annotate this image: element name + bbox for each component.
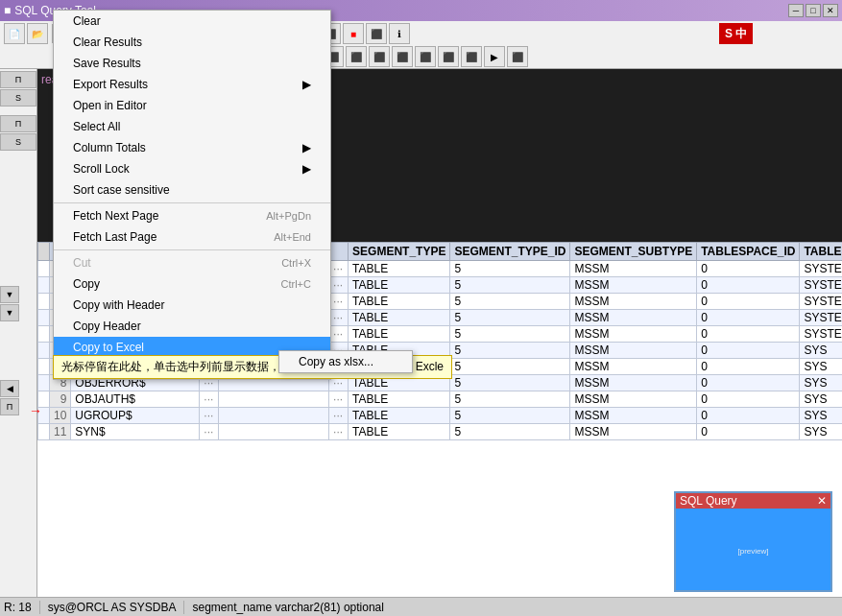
cell-10[interactable]: SYSTEM bbox=[800, 261, 842, 277]
menu-copy[interactable]: Copy Ctrl+C bbox=[54, 273, 330, 295]
menu-cut[interactable]: Cut Ctrl+X bbox=[54, 252, 330, 273]
cell-9[interactable]: 0 bbox=[697, 391, 800, 408]
cell-8[interactable]: MSSM bbox=[570, 294, 697, 310]
cell-5[interactable]: ··· bbox=[329, 326, 349, 343]
cell-8[interactable]: MSSM bbox=[570, 424, 697, 440]
cell-1[interactable]: 9 bbox=[50, 391, 71, 408]
cell-9[interactable]: 0 bbox=[697, 277, 800, 294]
menu-column-totals[interactable]: Column Totals ▶ bbox=[54, 137, 330, 158]
cell-6[interactable]: TABLE bbox=[349, 310, 450, 326]
new-btn[interactable]: 📄 bbox=[4, 23, 25, 44]
cell-8[interactable]: MSSM bbox=[570, 359, 697, 375]
cell-9[interactable]: 0 bbox=[697, 359, 800, 375]
cell-1[interactable]: 11 bbox=[50, 424, 71, 440]
th-tablespace[interactable]: TABLESPACE bbox=[800, 243, 842, 261]
cell-2[interactable]: UGROUP$ bbox=[71, 408, 200, 424]
menu-scroll-lock[interactable]: Scroll Lock ▶ bbox=[54, 158, 330, 179]
cell-5[interactable]: ··· bbox=[329, 261, 349, 277]
tb2-icon-5[interactable]: ⬛ bbox=[346, 46, 367, 67]
cell-8[interactable]: MSSM bbox=[570, 343, 697, 359]
cell-7[interactable]: 5 bbox=[450, 277, 570, 294]
cell-6[interactable]: TABLE bbox=[349, 261, 450, 277]
sidebar-icon-7[interactable]: ◀ bbox=[0, 380, 19, 397]
cell-7[interactable]: 5 bbox=[450, 359, 570, 375]
th-segment-subtype[interactable]: SEGMENT_SUBTYPE bbox=[570, 243, 697, 261]
cell-9[interactable]: 0 bbox=[697, 375, 800, 391]
sidebar-icon-6[interactable]: ▼ bbox=[0, 304, 19, 321]
cell-9[interactable]: 0 bbox=[697, 408, 800, 424]
cell-3[interactable]: ··· bbox=[200, 424, 219, 440]
cell-10[interactable]: SYS bbox=[800, 375, 842, 391]
cell-7[interactable]: 5 bbox=[450, 375, 570, 391]
cell-1[interactable]: 10 bbox=[50, 408, 71, 424]
cell-5[interactable]: ··· bbox=[329, 277, 349, 294]
cell-9[interactable]: 0 bbox=[697, 310, 800, 326]
menu-copy-header[interactable]: Copy Header bbox=[54, 316, 330, 337]
sidebar-icon-3[interactable]: Π bbox=[0, 115, 36, 132]
th-segment-type[interactable]: SEGMENT_TYPE bbox=[349, 243, 450, 261]
menu-export-results[interactable]: Export Results ▶ bbox=[54, 74, 330, 95]
tb2-icon-12[interactable]: ⬛ bbox=[507, 46, 528, 67]
menu-open-editor[interactable]: Open in Editor bbox=[54, 95, 330, 116]
cell-10[interactable]: SYSTEM bbox=[800, 294, 842, 310]
thumbnail-close-btn[interactable]: ✕ bbox=[817, 494, 827, 508]
cell-5[interactable]: ··· bbox=[329, 310, 349, 326]
cell-8[interactable]: MSSM bbox=[570, 391, 697, 408]
cell-4[interactable] bbox=[219, 391, 329, 408]
cell-9[interactable]: 0 bbox=[697, 326, 800, 343]
cell-8[interactable]: MSSM bbox=[570, 326, 697, 343]
cell-10[interactable]: SYS bbox=[800, 424, 842, 440]
cell-2[interactable]: OBJAUTH$ bbox=[71, 391, 200, 408]
sidebar-icon-8[interactable]: Π bbox=[0, 398, 19, 415]
cell-2[interactable]: SYN$ bbox=[71, 424, 200, 440]
cell-10[interactable]: SYSTEM bbox=[800, 326, 842, 343]
cell-9[interactable]: 0 bbox=[697, 261, 800, 277]
menu-select-all[interactable]: Select All bbox=[54, 116, 330, 137]
cell-3[interactable]: ··· bbox=[200, 408, 219, 424]
tb-icon-5[interactable]: ℹ bbox=[389, 23, 410, 44]
cell-6[interactable]: TABLE bbox=[349, 277, 450, 294]
sidebar-icon-1[interactable]: Π bbox=[0, 71, 36, 88]
cell-4[interactable] bbox=[219, 424, 329, 440]
tb-icon-4[interactable]: ⬛ bbox=[366, 23, 387, 44]
close-button[interactable]: ✕ bbox=[823, 4, 838, 17]
cell-7[interactable]: 5 bbox=[450, 391, 570, 408]
th-tablespace-id[interactable]: TABLESPACE_ID bbox=[697, 243, 800, 261]
submenu-copy-xlsx[interactable]: Copy as xlsx... bbox=[279, 351, 412, 372]
cell-8[interactable]: MSSM bbox=[570, 261, 697, 277]
cell-9[interactable]: 0 bbox=[697, 424, 800, 440]
menu-fetch-next[interactable]: Fetch Next Page Alt+PgDn bbox=[54, 205, 330, 226]
th-segment-type-id[interactable]: SEGMENT_TYPE_ID bbox=[450, 243, 570, 261]
cell-9[interactable]: 0 bbox=[697, 343, 800, 359]
cell-10[interactable]: SYS bbox=[800, 391, 842, 408]
cell-10[interactable]: SYS bbox=[800, 359, 842, 375]
cell-3[interactable]: ··· bbox=[200, 391, 219, 408]
cell-7[interactable]: 5 bbox=[450, 408, 570, 424]
menu-clear-results[interactable]: Clear Results bbox=[54, 32, 330, 53]
tb2-icon-9[interactable]: ⬛ bbox=[438, 46, 459, 67]
tb2-icon-7[interactable]: ⬛ bbox=[392, 46, 413, 67]
cell-7[interactable]: 5 bbox=[450, 310, 570, 326]
cell-10[interactable]: SYSTEM bbox=[800, 310, 842, 326]
tb2-icon-11[interactable]: ▶ bbox=[484, 46, 505, 67]
cell-6[interactable]: TABLE bbox=[349, 424, 450, 440]
cell-10[interactable]: SYSTEM bbox=[800, 277, 842, 294]
cell-5[interactable]: ··· bbox=[329, 294, 349, 310]
cell-9[interactable]: 0 bbox=[697, 294, 800, 310]
minimize-button[interactable]: ─ bbox=[788, 4, 804, 17]
sidebar-icon-4[interactable]: S bbox=[0, 133, 36, 151]
cell-7[interactable]: 5 bbox=[450, 424, 570, 440]
cell-8[interactable]: MSSM bbox=[570, 310, 697, 326]
tb2-icon-10[interactable]: ⬛ bbox=[461, 46, 482, 67]
cell-5[interactable]: ··· bbox=[329, 391, 349, 408]
cell-5[interactable]: ··· bbox=[329, 424, 349, 440]
cell-7[interactable]: 5 bbox=[450, 326, 570, 343]
maximize-button[interactable]: □ bbox=[806, 4, 821, 17]
cell-7[interactable]: 5 bbox=[450, 261, 570, 277]
cell-7[interactable]: 5 bbox=[450, 294, 570, 310]
sidebar-icon-2[interactable]: S bbox=[0, 89, 36, 107]
cell-6[interactable]: TABLE bbox=[349, 391, 450, 408]
cell-8[interactable]: MSSM bbox=[570, 375, 697, 391]
tb-icon-3[interactable]: ■ bbox=[343, 23, 364, 44]
cell-5[interactable]: ··· bbox=[329, 408, 349, 424]
